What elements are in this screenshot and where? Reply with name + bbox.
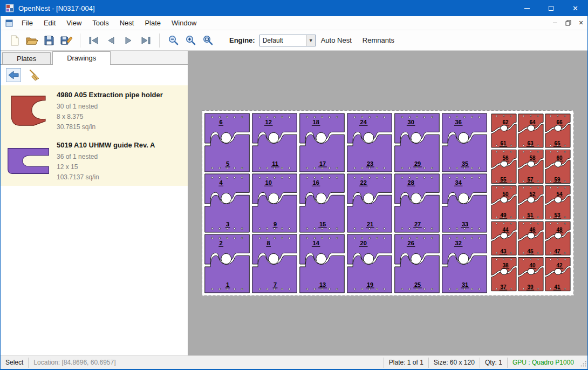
drill-hole	[369, 227, 371, 229]
nest-cell[interactable]: 3433	[442, 174, 487, 232]
part-number-label: 31	[462, 281, 468, 288]
nest-cell[interactable]: 1615	[300, 174, 345, 232]
menu-item-file[interactable]: File	[16, 19, 38, 27]
menu-item-window[interactable]: Window	[166, 19, 202, 27]
close-button[interactable]: ✕	[563, 0, 587, 16]
drill-hole	[471, 167, 473, 169]
combo-caret-icon[interactable]: ▼	[306, 35, 315, 46]
menu-item-edit[interactable]: Edit	[38, 19, 61, 27]
drill-hole	[510, 180, 511, 182]
drill-hole	[423, 167, 425, 169]
menu-item-nest[interactable]: Nest	[114, 19, 140, 27]
nest-cell[interactable]: 2221	[347, 174, 392, 232]
new-button[interactable]	[6, 32, 23, 49]
part-number-label: 37	[500, 284, 507, 290]
part-number-label: 21	[367, 221, 373, 227]
part-number-label: 44	[502, 227, 509, 233]
nest-cell[interactable]: 3029	[395, 113, 440, 172]
drill-hole	[537, 151, 538, 153]
nest-cell[interactable]: 2625	[395, 234, 440, 293]
drawing-title: 4980 A05 Extraction pipe holder	[57, 91, 163, 99]
drawing-item[interactable]: 4980 A05 Extraction pipe holder 30 of 1 …	[1, 85, 188, 136]
drill-hole	[564, 259, 565, 260]
drill-hole	[449, 288, 450, 290]
drill-hole	[219, 116, 221, 118]
nest-cell[interactable]: 3231	[442, 234, 487, 293]
drill-hole	[537, 187, 538, 189]
auto-nest-button[interactable]: Auto Nest	[316, 33, 357, 48]
resize-grip[interactable]	[580, 358, 587, 367]
status-location: Location: [84.8696, 60.6957]	[29, 359, 120, 366]
part-number-label: 42	[556, 263, 563, 268]
grip-dots-icon	[580, 360, 587, 367]
mdi-restore-button[interactable]	[562, 17, 575, 29]
save-as-button[interactable]	[58, 32, 75, 49]
drill-hole	[369, 288, 371, 290]
drill-hole	[456, 227, 458, 229]
drill-hole	[537, 116, 538, 117]
drill-hole	[523, 223, 524, 225]
import-drawings-button[interactable]	[6, 68, 21, 82]
mdi-close-button[interactable]: ✕	[575, 17, 587, 29]
drill-hole	[289, 288, 290, 290]
tab-plates[interactable]: Plates	[2, 52, 51, 64]
nest-cell[interactable]: 2019	[347, 234, 392, 293]
part-number-label: 25	[414, 281, 421, 288]
nest-cell[interactable]: 1817	[300, 113, 345, 172]
maximize-button[interactable]	[539, 0, 563, 16]
nest-cell[interactable]: 65	[205, 113, 250, 172]
zoom-out-button[interactable]	[165, 32, 182, 49]
menu-item-view[interactable]: View	[61, 19, 87, 27]
save-button[interactable]	[40, 32, 58, 49]
drill-hole	[510, 145, 511, 146]
part-number-label: 22	[360, 179, 367, 186]
part-number-label: 61	[500, 140, 507, 146]
remnants-button[interactable]: Remnants	[357, 33, 400, 48]
drill-hole	[401, 288, 403, 290]
menu-item-tools[interactable]: Tools	[87, 19, 114, 27]
drill-hole	[376, 227, 378, 229]
drill-hole	[336, 288, 338, 290]
zoom-fit-button[interactable]	[199, 32, 216, 49]
drill-hole	[431, 227, 433, 229]
drill-hole	[537, 217, 538, 218]
drill-hole	[354, 288, 355, 290]
nest-cell[interactable]: 3635	[442, 113, 487, 172]
nest-cell[interactable]: 2423	[347, 113, 392, 172]
drill-hole	[384, 177, 385, 178]
mdi-minimize-button[interactable]	[549, 17, 562, 29]
last-plate-button[interactable]	[137, 32, 154, 49]
part-number-label: 50	[502, 191, 509, 197]
part-cutout	[459, 253, 469, 264]
drawing-item[interactable]: 5019 A10 UHMW guide Rev. A 36 of 1 neste…	[1, 136, 188, 186]
nest-cell[interactable]: 109	[252, 174, 297, 232]
menu-item-plate[interactable]: Plate	[139, 19, 166, 27]
drill-hole	[523, 187, 524, 189]
next-plate-button[interactable]	[120, 32, 137, 49]
nest-cell[interactable]: 87	[252, 234, 297, 293]
nest-cell[interactable]: 43	[205, 174, 250, 232]
minimize-icon	[524, 8, 530, 9]
nest-cell[interactable]: 2827	[395, 174, 440, 232]
drill-hole	[361, 227, 363, 229]
minimize-button[interactable]	[515, 0, 539, 16]
mdi-child-icon[interactable]	[5, 19, 13, 27]
drill-hole	[354, 237, 355, 239]
engine-combobox[interactable]: Default ▼	[259, 35, 316, 46]
first-plate-button[interactable]	[85, 32, 102, 49]
open-button[interactable]	[23, 32, 40, 49]
drill-hole	[510, 217, 511, 218]
drill-hole	[336, 227, 338, 229]
part-number-label: 53	[554, 212, 560, 218]
nest-cell[interactable]: 1413	[300, 234, 345, 293]
previous-plate-button[interactable]	[102, 32, 120, 49]
drill-hole	[289, 167, 290, 169]
drill-hole	[478, 167, 480, 169]
zoom-in-button[interactable]	[182, 32, 199, 49]
clean-drawings-button[interactable]	[26, 68, 42, 82]
tab-drawings[interactable]: Drawings	[52, 51, 111, 65]
drill-hole	[557, 259, 558, 260]
nest-cell[interactable]: 1211	[252, 113, 297, 172]
nest-cell[interactable]: 21	[205, 234, 250, 293]
nest-canvas[interactable]: 6512111817242330293635431091615222128273…	[188, 51, 587, 355]
